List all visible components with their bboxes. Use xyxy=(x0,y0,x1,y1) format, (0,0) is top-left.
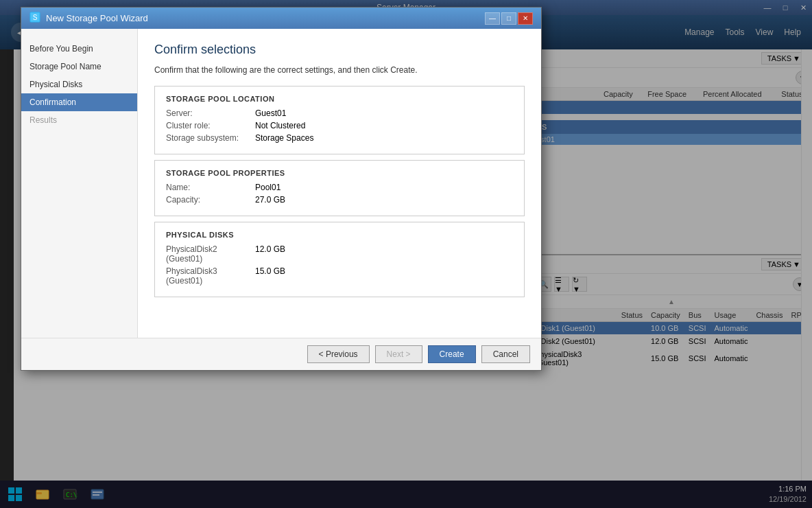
storage-pool-location-title: STORAGE POOL LOCATION xyxy=(166,95,513,103)
wizard-nav-before-you-begin[interactable]: Before You Begin xyxy=(21,40,137,58)
pool-capacity-label: Capacity: xyxy=(166,195,255,205)
storage-subsystem-label: Storage subsystem: xyxy=(166,133,255,143)
disk-row: PhysicalDisk2 (Guest01) 12.0 GB xyxy=(166,244,513,264)
wizard-minimize-button[interactable]: — xyxy=(485,12,500,25)
pool-name-label: Name: xyxy=(166,183,255,192)
server-row: Server: Guest01 xyxy=(166,108,513,118)
wizard-title-left: S New Storage Pool Wizard xyxy=(29,12,148,25)
physical-disks-list: PhysicalDisk2 (Guest01) 12.0 GB Physical… xyxy=(166,244,513,286)
storage-pool-location-section: STORAGE POOL LOCATION Server: Guest01 Cl… xyxy=(154,86,525,154)
wizard-dialog: S New Storage Pool Wizard — □ ✕ Before Y… xyxy=(21,7,542,371)
pool-name-value: Pool01 xyxy=(255,183,280,192)
wizard-icon: S xyxy=(29,12,40,25)
storage-pool-properties-title: STORAGE POOL PROPERTIES xyxy=(166,169,513,177)
wizard-nav-confirmation[interactable]: Confirmation xyxy=(21,93,137,111)
server-value: Guest01 xyxy=(255,108,286,118)
wizard-page-heading: Confirm selections xyxy=(154,43,525,57)
next-button[interactable]: Next > xyxy=(375,345,422,363)
storage-subsystem-value: Storage Spaces xyxy=(255,133,313,143)
wizard-footer: < Previous Next > Create Cancel xyxy=(21,338,541,370)
wizard-nav-physical-disks[interactable]: Physical Disks xyxy=(21,76,137,93)
cancel-button[interactable]: Cancel xyxy=(481,345,530,363)
wizard-navigation: Before You Begin Storage Pool Name Physi… xyxy=(21,29,138,338)
cluster-role-row: Cluster role: Not Clustered xyxy=(166,121,513,130)
wizard-title-text: New Storage Pool Wizard xyxy=(46,13,148,23)
wizard-maximize-button[interactable]: □ xyxy=(501,12,516,25)
create-button[interactable]: Create xyxy=(428,345,476,363)
previous-button[interactable]: < Previous xyxy=(307,345,370,363)
wizard-title-bar: S New Storage Pool Wizard — □ ✕ xyxy=(21,8,541,29)
pool-capacity-row: Capacity: 27.0 GB xyxy=(166,195,513,205)
storage-subsystem-row: Storage subsystem: Storage Spaces xyxy=(166,133,513,143)
wizard-content-area: Confirm selections Confirm that the foll… xyxy=(138,29,541,338)
storage-pool-properties-section: STORAGE POOL PROPERTIES Name: Pool01 Cap… xyxy=(154,160,525,216)
wizard-body: Before You Begin Storage Pool Name Physi… xyxy=(21,29,541,338)
disk-row: PhysicalDisk3 (Guest01) 15.0 GB xyxy=(166,266,513,286)
wizard-overlay: S New Storage Pool Wizard — □ ✕ Before Y… xyxy=(0,0,812,508)
svg-text:S: S xyxy=(33,14,38,21)
disk-name: PhysicalDisk2 (Guest01) xyxy=(166,244,255,264)
cluster-role-value: Not Clustered xyxy=(255,121,305,130)
wizard-page-description: Confirm that the following are the corre… xyxy=(154,65,525,75)
pool-name-row: Name: Pool01 xyxy=(166,183,513,192)
physical-disks-section: PHYSICAL DISKS PhysicalDisk2 (Guest01) 1… xyxy=(154,222,525,297)
cluster-role-label: Cluster role: xyxy=(166,121,255,130)
wizard-title-controls: — □ ✕ xyxy=(485,12,533,25)
disk-size: 15.0 GB xyxy=(255,266,285,286)
wizard-nav-pool-name[interactable]: Storage Pool Name xyxy=(21,58,137,76)
disk-name: PhysicalDisk3 (Guest01) xyxy=(166,266,255,286)
wizard-nav-results[interactable]: Results xyxy=(21,111,137,129)
wizard-close-button[interactable]: ✕ xyxy=(518,12,533,25)
physical-disks-title: PHYSICAL DISKS xyxy=(166,231,513,239)
disk-size: 12.0 GB xyxy=(255,244,285,264)
server-label: Server: xyxy=(166,108,255,118)
pool-capacity-value: 27.0 GB xyxy=(255,195,285,205)
